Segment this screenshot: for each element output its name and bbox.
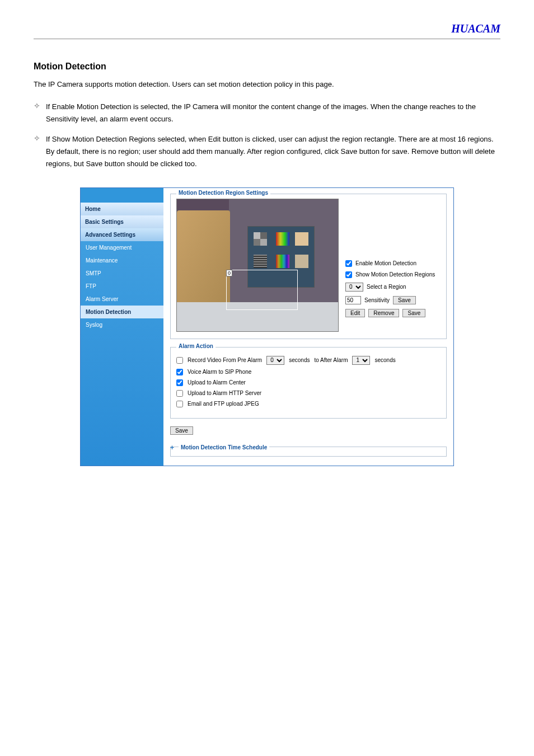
sidebar-item-smtp[interactable]: SMTP xyxy=(81,267,163,280)
seconds-label-2: seconds xyxy=(374,357,395,363)
show-regions-checkbox[interactable] xyxy=(345,271,352,278)
save-sensitivity-button[interactable]: Save xyxy=(393,296,416,304)
section-heading: Motion Detection xyxy=(34,62,500,72)
diamond-bullet-icon: ✧ xyxy=(34,133,40,143)
sidebar-header xyxy=(81,188,163,203)
sidebar-item-syslog[interactable]: Syslog xyxy=(81,318,163,331)
upload-center-checkbox[interactable] xyxy=(176,379,183,386)
plus-icon[interactable]: + xyxy=(170,444,174,452)
upload-http-checkbox[interactable] xyxy=(176,390,183,397)
sidebar: Home Basic Settings Advanced Settings Us… xyxy=(81,188,163,466)
to-after-label: to After Alarm xyxy=(314,357,348,363)
bullet1-text: If Enable Motion Detection is selected, … xyxy=(46,101,500,125)
sidebar-item-user-management[interactable]: User Management xyxy=(81,241,163,254)
region-select-label: Select a Region xyxy=(367,284,406,290)
region-box-0[interactable]: 0 xyxy=(226,270,298,310)
enable-motion-checkbox[interactable] xyxy=(345,260,352,267)
show-regions-label: Show Motion Detection Regions xyxy=(355,271,435,278)
sensitivity-label: Sensitivity xyxy=(364,297,390,303)
bullet2-text: If Show Motion Detection Regions selecte… xyxy=(46,133,500,170)
region-select[interactable]: 0 xyxy=(345,283,363,292)
region-settings-legend: Motion Detection Region Settings xyxy=(176,190,270,196)
sidebar-item-home[interactable]: Home xyxy=(81,203,163,215)
email-ftp-checkbox[interactable] xyxy=(176,401,183,407)
settings-screenshot: Home Basic Settings Advanced Settings Us… xyxy=(80,187,454,466)
sidebar-item-maintenance[interactable]: Maintenance xyxy=(81,254,163,267)
video-preview[interactable]: 0 xyxy=(176,199,339,332)
voice-alarm-label: Voice Alarm to SIP Phone xyxy=(188,369,251,375)
voice-alarm-checkbox[interactable] xyxy=(176,369,183,375)
remove-region-button[interactable]: Remove xyxy=(368,309,399,317)
seconds-label-1: seconds xyxy=(289,357,310,363)
brand-logo: HUACAM xyxy=(451,22,500,35)
alarm-action-legend: Alarm Action xyxy=(176,343,216,349)
alarm-action-fieldset: Alarm Action Record Video From Pre Alarm… xyxy=(170,347,447,419)
region-settings-fieldset: Motion Detection Region Settings 0 xyxy=(170,194,447,339)
save-region-button[interactable]: Save xyxy=(402,309,425,317)
pre-alarm-select[interactable]: 0 xyxy=(266,356,284,365)
save-alarm-button[interactable]: Save xyxy=(170,426,193,435)
sidebar-item-motion-detection[interactable]: Motion Detection xyxy=(81,306,163,318)
email-ftp-label: Email and FTP upload JPEG xyxy=(188,401,259,407)
after-alarm-select[interactable]: 1 xyxy=(352,356,370,365)
intro-text: The IP Camera supports motion detection.… xyxy=(34,78,500,91)
upload-http-label: Upload to Alarm HTTP Server xyxy=(188,390,261,396)
sidebar-item-basic[interactable]: Basic Settings xyxy=(81,215,163,228)
content-pane: Motion Detection Region Settings 0 xyxy=(163,188,453,466)
diamond-bullet-icon: ✧ xyxy=(34,101,40,110)
upload-center-label: Upload to Alarm Center xyxy=(188,379,246,386)
sidebar-item-ftp[interactable]: FTP xyxy=(81,280,163,293)
record-video-checkbox[interactable] xyxy=(176,357,183,364)
sidebar-item-advanced[interactable]: Advanced Settings xyxy=(81,228,163,241)
sensitivity-input[interactable] xyxy=(345,296,361,304)
enable-motion-label: Enable Motion Detection xyxy=(355,260,416,266)
schedule-title[interactable]: Motion Detection Time Schedule xyxy=(179,444,269,450)
sidebar-item-alarm-server[interactable]: Alarm Server xyxy=(81,293,163,306)
edit-region-button[interactable]: Edit xyxy=(345,309,365,317)
region-box-label: 0 xyxy=(226,270,232,276)
record-pre-label: Record Video From Pre Alarm xyxy=(188,357,262,363)
